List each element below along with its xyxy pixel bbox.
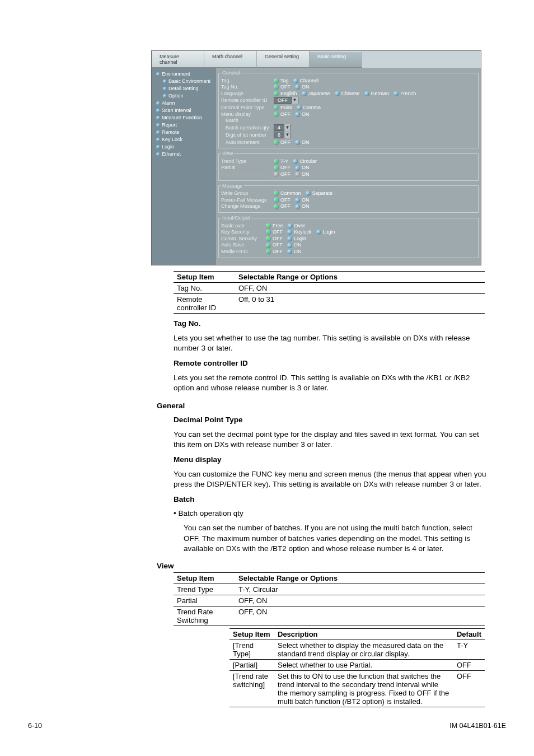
section-view: View — [157, 562, 489, 570]
radio-ks-off[interactable] — [266, 230, 271, 235]
lbl-partial: Partial — [221, 165, 274, 170]
page-footer: 6-10 IM 04L41B01-61E — [22, 722, 512, 730]
tab-math-channel[interactable]: Math channel — [204, 51, 257, 68]
group-inout: Input/Output Scale over Free Over Key Se… — [218, 215, 479, 258]
dot-icon — [156, 101, 160, 105]
form-area: General Tag Tag Channel Tag No. OFF ON L… — [216, 68, 481, 265]
radio-lang-ja[interactable] — [302, 91, 307, 96]
radio-trend-ty[interactable] — [274, 159, 279, 164]
tree-login[interactable]: Login — [154, 143, 214, 150]
section-general: General — [157, 402, 489, 410]
radio-tag-tag[interactable] — [274, 78, 279, 83]
tree-environment[interactable]: Environment — [154, 70, 214, 77]
lbl-dpt: Decimal Point Type — [221, 105, 274, 110]
radio-ks-login[interactable] — [316, 230, 321, 235]
tab-general-setting[interactable]: General setting — [257, 51, 310, 68]
radio-as-off[interactable] — [266, 243, 271, 248]
tree-remote[interactable]: Remote — [154, 128, 214, 136]
heading-batch: Batch — [174, 495, 489, 503]
dot-icon — [156, 109, 160, 113]
dot-icon — [156, 145, 160, 149]
radio-partial-on[interactable] — [295, 166, 300, 171]
radio-lang-fr[interactable] — [394, 91, 399, 96]
chevron-down-icon: ▼ — [284, 124, 291, 131]
tree-alarm[interactable]: Alarm — [154, 99, 214, 106]
lbl-tag: Tag — [221, 78, 274, 83]
select-batchqty[interactable]: 4▼ — [274, 124, 291, 131]
radio-autoinc-on[interactable] — [295, 140, 300, 145]
lbl-batch: Batch — [221, 118, 274, 123]
radio-pf-on[interactable] — [295, 198, 300, 203]
lbl-batchqty: Batch operation qty — [221, 125, 274, 130]
chevron-down-icon: ▼ — [284, 132, 291, 138]
tree-ethernet[interactable]: Ethernet — [154, 150, 214, 157]
radio-so-over[interactable] — [288, 223, 293, 228]
radio-wg-common[interactable] — [274, 191, 279, 196]
tree-detail-setting[interactable]: Detail Setting — [154, 85, 214, 92]
radio-menu-off[interactable] — [274, 112, 279, 117]
heading-menu: Menu display — [174, 455, 489, 464]
dot-icon — [156, 152, 160, 156]
select-lotdigit[interactable]: 6▼ — [274, 132, 291, 138]
item-batchqty: • Batch operation qty — [174, 509, 489, 517]
radio-pf-off[interactable] — [274, 198, 279, 203]
radio-tagno-on[interactable] — [295, 85, 300, 90]
lbl-chmsg: Change Message — [221, 203, 274, 209]
radio-tag-channel[interactable] — [293, 78, 298, 83]
dot-icon — [163, 80, 167, 83]
radio-mf-off[interactable] — [266, 249, 271, 254]
radio-so-free[interactable] — [266, 223, 271, 228]
lbl-autosave: Auto Save — [221, 242, 266, 248]
doc-id: IM 04L41B01-61E — [449, 722, 506, 730]
text-dpt: You can set the decimal point type for t… — [174, 430, 489, 450]
radio-trend-circ[interactable] — [293, 159, 298, 164]
heading-dpt: Decimal Point Type — [174, 416, 489, 424]
screenshot-panel: Measure channel Math channel General set… — [151, 50, 481, 265]
dot-icon — [163, 94, 167, 98]
radio-ks-keylock[interactable] — [287, 230, 292, 235]
radio-wg-separate[interactable] — [306, 191, 311, 196]
tree-key-lock[interactable]: Key Lock — [154, 136, 214, 143]
tab-row: Measure channel Math channel General set… — [152, 51, 481, 68]
tree: Environment Basic Environment Detail Set… — [152, 68, 216, 265]
radio-autoinc-off[interactable] — [274, 140, 279, 145]
dot-icon — [156, 116, 160, 120]
lbl-language: Language — [221, 91, 274, 96]
lbl-scaleover: Scale over — [221, 223, 266, 228]
dot-icon — [156, 123, 160, 127]
text-remoteid: Lets you set the remote control ID. This… — [174, 373, 489, 393]
radio-mf-on[interactable] — [287, 249, 292, 254]
table-view-options: Setup ItemSelectable Range or Options Tr… — [174, 572, 485, 626]
radio-lang-zh[interactable] — [335, 91, 340, 96]
tree-scan-interval[interactable]: Scan Interval — [154, 106, 214, 114]
radio-lang-en[interactable] — [274, 91, 279, 96]
legend-message: Message — [221, 183, 244, 189]
radio-dpt-point[interactable] — [274, 105, 279, 110]
radio-ch-on[interactable] — [295, 204, 300, 209]
radio-cs-login[interactable] — [287, 236, 292, 241]
radio-dpt-comma[interactable] — [297, 105, 302, 110]
dot-icon — [156, 72, 160, 76]
tree-report[interactable]: Report — [154, 121, 214, 128]
tree-option[interactable]: Option — [154, 92, 214, 99]
radio-tagno-off[interactable] — [274, 85, 279, 90]
radio-cs-off[interactable] — [266, 236, 271, 241]
tree-basic-environment[interactable]: Basic Environment — [154, 77, 214, 85]
radio-trendsw-off — [274, 172, 279, 177]
radio-menu-on[interactable] — [295, 112, 300, 117]
select-remoteid[interactable]: OFF▼ — [274, 97, 298, 104]
radio-ch-off[interactable] — [274, 204, 279, 209]
radio-partial-off[interactable] — [274, 166, 279, 171]
lbl-commsec: Comm. Security — [221, 236, 266, 241]
radio-lang-de[interactable] — [364, 91, 369, 96]
lbl-menudisp: Menu display — [221, 111, 274, 117]
radio-as-on[interactable] — [287, 243, 292, 248]
table-view-detail: Setup ItemDescriptionDefault [Trend Type… — [229, 628, 485, 707]
tree-measure-function[interactable]: Measure Function — [154, 114, 214, 121]
text-batchqty: You can set the number of batches. If yo… — [184, 523, 489, 554]
lbl-pfmsg: Power-Fail Message — [221, 197, 274, 203]
tab-measure-channel[interactable]: Measure channel — [152, 51, 204, 68]
tab-basic-setting[interactable]: Basic setting — [310, 51, 362, 68]
lbl-tagno: Tag No. — [221, 84, 274, 90]
group-general: General Tag Tag Channel Tag No. OFF ON L… — [218, 70, 479, 148]
